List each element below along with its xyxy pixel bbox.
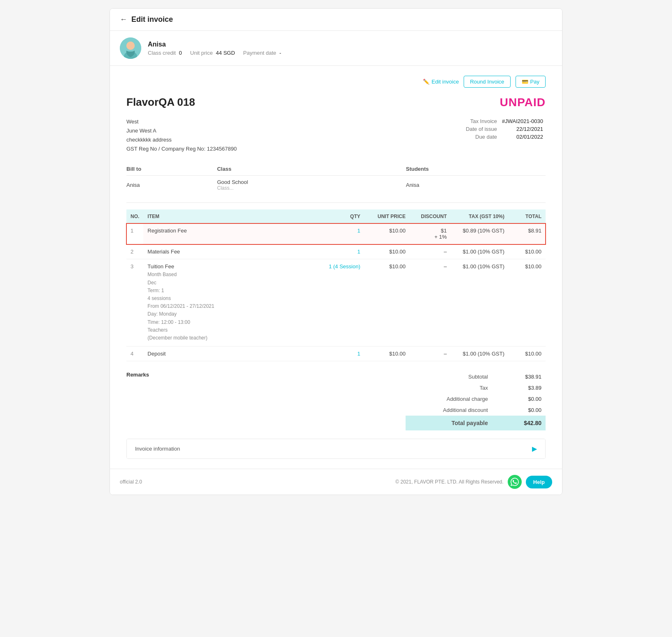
page-header: ← Edit invoice: [110, 9, 562, 31]
col-discount: DISCOUNT: [410, 209, 451, 223]
invoice-details-block: Tax Invoice #JWAI2021-0030 Date of issue…: [463, 117, 546, 153]
bill-row: Anisa Good School Class... Anisa: [126, 176, 546, 193]
row-item: Tuition FeeMonth Based Dec Term: 1 4 ses…: [143, 259, 315, 346]
items-table: NO. ITEM QTY UNIT PRICE DISCOUNT TAX (GS…: [126, 209, 546, 361]
payment-date-value: -: [279, 50, 281, 56]
row-tax: $1.00 (10% GST): [451, 259, 509, 346]
version-text: official 2.0: [120, 479, 142, 485]
invoice-meta-row: West June West A checkkkkk address GST R…: [126, 117, 546, 153]
address-line2: June West A: [126, 126, 237, 135]
row-no: 4: [126, 346, 143, 361]
address-line4: GST Reg No / Company Reg No: 1234567890: [126, 144, 237, 153]
remarks-section: Remarks: [126, 371, 149, 378]
due-date-value: 02/01/2022: [499, 133, 546, 141]
row-unit-price: $10.00: [364, 244, 410, 259]
invoice-information-header[interactable]: Invoice information ▶: [127, 439, 545, 458]
additional-charge-value: $0.00: [492, 393, 546, 405]
row-total: $8.91: [509, 223, 546, 244]
row-unit-price: $10.00: [364, 259, 410, 346]
back-button[interactable]: ←: [120, 15, 127, 24]
class-value: Good School Class...: [217, 176, 406, 193]
bill-table: Bill to Class Students Anisa Good School…: [126, 163, 546, 193]
chevron-right-icon: ▶: [532, 445, 537, 453]
row-qty: 1 (4 Session): [315, 259, 364, 346]
additional-charge-label: Additional charge: [406, 393, 492, 405]
round-invoice-button[interactable]: Round Invoice: [464, 76, 510, 88]
subtotal-value: $38.91: [492, 371, 546, 382]
row-item: Materials Fee: [143, 244, 315, 259]
students-value: Anisa: [406, 176, 546, 193]
invoice-area: ✏️ Edit invoice Round Invoice 💳 Pay Flav…: [110, 66, 562, 469]
row-total: $10.00: [509, 259, 546, 346]
row-no: 3: [126, 259, 143, 346]
col-item: ITEM: [143, 209, 315, 223]
col-no: NO.: [126, 209, 143, 223]
row-total: $10.00: [509, 346, 546, 361]
row-total: $10.00: [509, 244, 546, 259]
col-unit-price: UNIT PRICE: [364, 209, 410, 223]
bill-to-value: Anisa: [126, 176, 217, 193]
page-footer: official 2.0 © 2021, FLAVOR PTE. LTD. Al…: [110, 469, 562, 495]
copyright-text: © 2021, FLAVOR PTE. LTD. All Rights Rese…: [395, 479, 504, 485]
totals-table: Subtotal $38.91 Tax $3.89 Additional cha…: [406, 371, 546, 430]
address-block: West June West A checkkkkk address GST R…: [126, 117, 237, 153]
edit-icon: ✏️: [423, 79, 429, 85]
row-unit-price: $10.00: [364, 223, 410, 244]
invoice-header: FlavorQA 018 UNPAID: [126, 96, 546, 109]
profile-info: Anisa Class credit 0 Unit price 44 SGD P…: [148, 41, 281, 56]
unit-price-value: 44 SGD: [216, 50, 235, 56]
company-name: FlavorQA 018: [126, 96, 195, 109]
table-row: 1Registration Fee1$10.00$1+ 1%$0.89 (10%…: [126, 223, 546, 244]
row-no: 1: [126, 223, 143, 244]
unit-price-label: Unit price 44 SGD: [190, 50, 235, 56]
class-credit-label: Class credit 0: [148, 50, 182, 56]
address-line1: West: [126, 117, 237, 126]
tax-value: $3.89: [492, 382, 546, 393]
bill-to-header: Bill to: [126, 163, 217, 176]
tax-invoice-label: Tax Invoice: [463, 117, 499, 125]
subtotal-label: Subtotal: [406, 371, 492, 382]
pay-icon: 💳: [522, 79, 528, 85]
row-discount: –: [410, 259, 451, 346]
row-qty: 1: [315, 223, 364, 244]
class-credit-value: 0: [179, 50, 182, 56]
col-tax: TAX (GST 10%): [451, 209, 509, 223]
row-unit-price: $10.00: [364, 346, 410, 361]
students-header: Students: [406, 163, 546, 176]
profile-name: Anisa: [148, 41, 281, 48]
table-row: 4Deposit1$10.00–$1.00 (10% GST)$10.00: [126, 346, 546, 361]
date-of-issue-value: 22/12/2021: [499, 125, 546, 133]
col-total: TOTAL: [509, 209, 546, 223]
row-qty: 1: [315, 244, 364, 259]
row-qty: 1: [315, 346, 364, 361]
class-header: Class: [217, 163, 406, 176]
tax-invoice-value: #JWAI2021-0030: [499, 117, 546, 125]
date-of-issue-label: Date of issue: [463, 125, 499, 133]
page-title: Edit invoice: [131, 15, 173, 24]
row-discount: –: [410, 244, 451, 259]
help-button[interactable]: Help: [526, 476, 552, 488]
additional-discount-value: $0.00: [492, 405, 546, 416]
payment-date-label: Payment date -: [243, 50, 281, 56]
total-payable-value: $42.80: [492, 416, 546, 430]
table-row: 2Materials Fee1$10.00–$1.00 (10% GST)$10…: [126, 244, 546, 259]
whatsapp-button[interactable]: [508, 475, 522, 489]
svg-point-3: [126, 42, 135, 50]
invoice-information-label: Invoice information: [135, 446, 180, 452]
avatar: [120, 37, 141, 59]
row-discount: $1+ 1%: [410, 223, 451, 244]
total-payable-label: Total payable: [406, 416, 492, 430]
row-discount: –: [410, 346, 451, 361]
tax-label: Tax: [406, 382, 492, 393]
profile-meta: Class credit 0 Unit price 44 SGD Payment…: [148, 50, 281, 56]
profile-bar: Anisa Class credit 0 Unit price 44 SGD P…: [110, 31, 562, 66]
footer-right: © 2021, FLAVOR PTE. LTD. All Rights Rese…: [395, 475, 552, 489]
remarks-label: Remarks: [126, 372, 149, 378]
address-line3: checkkkkk address: [126, 135, 237, 144]
pay-button[interactable]: 💳 Pay: [516, 76, 546, 88]
row-item: Registration Fee: [143, 223, 315, 244]
edit-invoice-button[interactable]: ✏️ Edit invoice: [423, 79, 459, 85]
status-badge: UNPAID: [500, 96, 546, 109]
row-tax: $1.00 (10% GST): [451, 244, 509, 259]
invoice-information-section: Invoice information ▶: [126, 439, 546, 459]
